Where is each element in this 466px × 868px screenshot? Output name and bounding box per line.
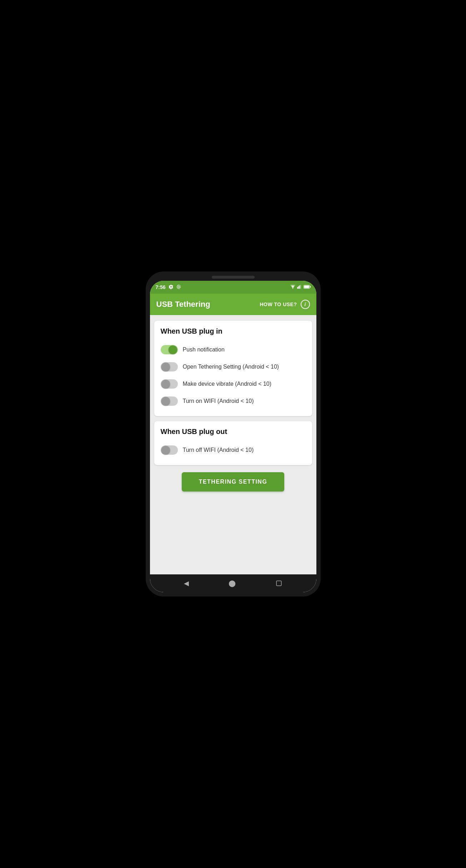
app-title: USB Tethering: [156, 300, 210, 309]
toggle-label-turn-on-wifi: Turn on WIFI (Android < 10): [183, 398, 254, 404]
app-header: USB Tethering HOW TO USE? i: [150, 294, 316, 315]
phone-frame: 7:56: [146, 271, 321, 597]
status-time: 7:56: [156, 284, 166, 290]
toggle-label-vibrate: Make device vibrate (Android < 10): [183, 381, 272, 387]
battery-status-icon: [304, 284, 311, 290]
svg-rect-4: [300, 285, 301, 289]
plug-out-card-title: When USB plug out: [161, 428, 306, 436]
home-button[interactable]: ⬤: [229, 579, 236, 587]
toggle-thumb: [161, 446, 170, 454]
toggle-label-open-tethering: Open Tethering Setting (Android < 10): [183, 364, 279, 370]
svg-rect-7: [304, 285, 309, 288]
toggle-label-push-notification: Push notification: [183, 346, 225, 353]
toggle-turn-on-wifi[interactable]: [161, 396, 178, 406]
recent-button[interactable]: [276, 580, 282, 587]
toggle-row-turn-on-wifi: Turn on WIFI (Android < 10): [161, 393, 306, 410]
plug-in-card: When USB plug in Push notification Op: [154, 321, 312, 416]
toggle-turn-off-wifi[interactable]: [161, 445, 178, 455]
gear-icon: [169, 284, 174, 290]
toggle-row-turn-off-wifi: Turn off WIFI (Android < 10): [161, 442, 306, 459]
wifi-status-icon: [290, 284, 296, 290]
svg-rect-1: [297, 287, 298, 289]
toggle-row-push-notification: Push notification: [161, 341, 306, 358]
svg-rect-8: [276, 581, 281, 586]
toggle-row-open-tethering: Open Tethering Setting (Android < 10): [161, 358, 306, 375]
toggle-thumb: [161, 397, 170, 405]
toggle-label-turn-off-wifi: Turn off WIFI (Android < 10): [183, 447, 254, 453]
status-bar: 7:56: [150, 281, 316, 294]
status-bar-right: [290, 284, 311, 290]
signal-status-icon: [297, 284, 302, 290]
how-to-use-button[interactable]: HOW TO USE?: [260, 301, 297, 307]
plug-out-card: When USB plug out Turn off WIFI (Android…: [154, 421, 312, 465]
toggle-thumb: [169, 345, 177, 354]
tethering-setting-button[interactable]: TETHERING SETTING: [182, 472, 284, 492]
svg-rect-3: [299, 285, 300, 289]
info-icon-button[interactable]: i: [301, 300, 310, 309]
header-actions[interactable]: HOW TO USE? i: [260, 300, 310, 309]
toggle-push-notification[interactable]: [161, 345, 178, 355]
main-content: When USB plug in Push notification Op: [150, 315, 316, 574]
phone-notch: [212, 276, 255, 279]
toggle-thumb: [161, 363, 170, 371]
toggle-thumb: [161, 380, 170, 388]
svg-point-0: [292, 288, 293, 289]
toggle-vibrate[interactable]: [161, 379, 178, 389]
svg-rect-2: [298, 286, 299, 289]
toggle-open-tethering[interactable]: [161, 362, 178, 372]
status-bar-left: 7:56: [156, 284, 181, 290]
svg-rect-6: [310, 286, 310, 288]
phone-screen: 7:56: [150, 281, 316, 592]
nav-bar: ◀ ⬤: [150, 574, 316, 592]
toggle-row-vibrate: Make device vibrate (Android < 10): [161, 375, 306, 393]
back-button[interactable]: ◀: [184, 579, 189, 587]
at-icon: [176, 284, 181, 290]
plug-in-card-title: When USB plug in: [161, 327, 306, 335]
